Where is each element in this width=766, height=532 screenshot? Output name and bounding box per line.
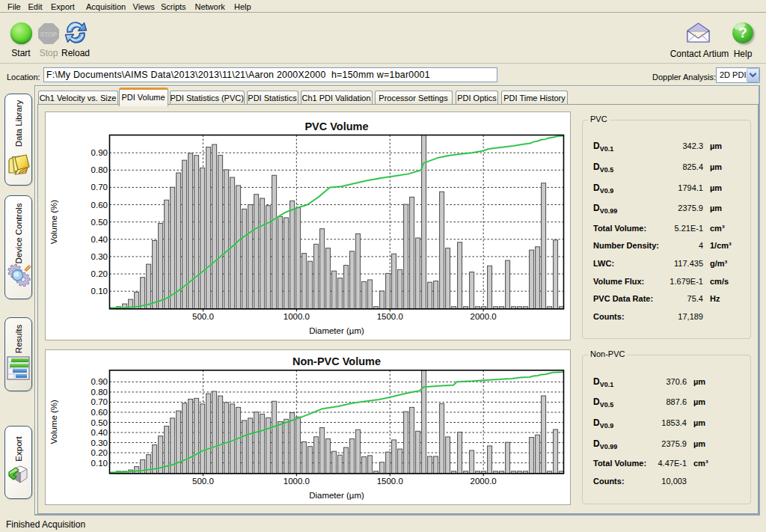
svg-text:0.60: 0.60 [91, 201, 108, 210]
svg-text:500.0: 500.0 [192, 312, 214, 321]
svg-text:0.20: 0.20 [91, 448, 108, 457]
svg-text:0.30: 0.30 [91, 252, 108, 261]
svg-text:0.90: 0.90 [91, 148, 108, 157]
svg-text:0.10: 0.10 [91, 287, 108, 296]
svg-text:0.80: 0.80 [91, 388, 108, 397]
svg-text:Diameter (µm): Diameter (µm) [309, 491, 364, 500]
svg-text:PVC Volume: PVC Volume [304, 120, 368, 132]
svg-text:1500.0: 1500.0 [377, 312, 403, 321]
svg-text:1500.0: 1500.0 [377, 477, 403, 486]
svg-text:0.50: 0.50 [91, 418, 108, 427]
svg-text:0.40: 0.40 [91, 235, 108, 244]
svg-text:0.70: 0.70 [91, 183, 108, 192]
svg-text:2000.0: 2000.0 [471, 477, 497, 486]
svg-text:Diameter (µm): Diameter (µm) [309, 326, 364, 335]
svg-text:Volume (%): Volume (%) [50, 400, 59, 444]
svg-text:Non-PVC Volume: Non-PVC Volume [292, 355, 381, 367]
svg-text:0.10: 0.10 [91, 459, 108, 468]
svg-text:2000.0: 2000.0 [471, 312, 497, 321]
svg-text:1000.0: 1000.0 [284, 312, 310, 321]
svg-text:0.60: 0.60 [91, 408, 108, 417]
svg-text:0.30: 0.30 [91, 438, 108, 447]
svg-text:0.40: 0.40 [91, 428, 108, 437]
svg-text:0.90: 0.90 [91, 377, 108, 386]
svg-text:500.0: 500.0 [192, 477, 214, 486]
svg-text:0.50: 0.50 [91, 218, 108, 227]
svg-text:0.20: 0.20 [91, 269, 108, 278]
svg-text:1000.0: 1000.0 [284, 477, 310, 486]
svg-text:Volume (%): Volume (%) [50, 200, 59, 245]
svg-text:0.80: 0.80 [91, 165, 108, 174]
svg-text:0.70: 0.70 [91, 397, 108, 406]
svg-text:STOP: STOP [40, 31, 58, 38]
